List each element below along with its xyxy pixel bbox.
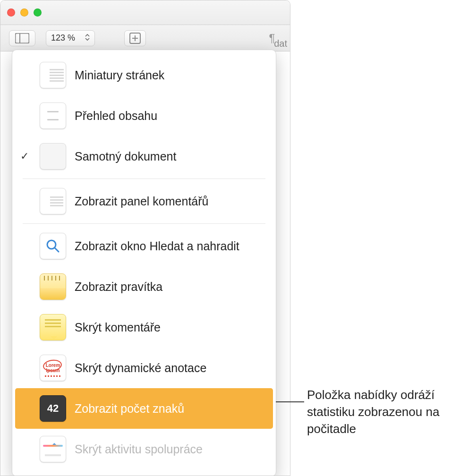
truncated-toolbar-label: dat xyxy=(274,38,287,49)
zoom-value: 123 % xyxy=(51,33,75,43)
svg-line-6 xyxy=(55,248,59,252)
toc-icon xyxy=(40,102,66,129)
ruler-icon xyxy=(40,273,66,300)
menu-item-show-character-count[interactable]: 42 Zobrazit počet znaků xyxy=(15,388,273,429)
menu-item-label: Zobrazit panel komentářů xyxy=(75,195,208,208)
menu-item-label: Zobrazit okno Hledat a nahradit xyxy=(75,239,239,253)
view-menu-popup: Miniatury stránek Přehled obsahu ✓ Samot… xyxy=(12,50,276,476)
collaboration-icon xyxy=(40,436,66,462)
zoom-dropdown[interactable]: 123 % xyxy=(46,30,95,46)
sidebar-icon xyxy=(15,33,29,43)
svg-rect-0 xyxy=(16,33,29,43)
badge-number: 42 xyxy=(47,402,59,415)
minimize-window-button[interactable] xyxy=(20,8,28,17)
menu-separator xyxy=(23,223,265,224)
add-page-button[interactable] xyxy=(124,30,146,46)
sticky-note-icon xyxy=(40,314,66,340)
menu-item-find-replace[interactable]: Zobrazit okno Hledat a nahradit xyxy=(12,226,276,266)
callout-text: Položka nabídky odráží statistiku zobraz… xyxy=(307,386,453,437)
plus-in-box-icon xyxy=(129,33,141,44)
word-count-badge-icon: 42 xyxy=(40,395,66,422)
document-icon xyxy=(40,143,66,170)
menu-separator xyxy=(23,178,265,179)
menu-item-hide-comments[interactable]: Skrýt komentáře xyxy=(12,307,276,348)
zoom-window-button[interactable] xyxy=(34,8,42,17)
chevron-updown-icon xyxy=(85,34,90,42)
view-menu-button[interactable] xyxy=(9,30,35,46)
callout-leader-line xyxy=(276,401,304,402)
menu-item-table-of-contents[interactable]: Přehled obsahu xyxy=(12,95,276,136)
toolbar: 123 % ¶ xyxy=(0,25,290,51)
menu-item-document-only[interactable]: ✓ Samotný dokument xyxy=(12,136,276,177)
annotations-icon: Lorem Ipsum xyxy=(40,355,66,381)
menu-item-hide-smart-annotations[interactable]: Lorem Ipsum Skrýt dynamické anotace xyxy=(12,348,276,388)
search-icon xyxy=(40,233,66,259)
menu-item-label: Zobrazit pravítka xyxy=(75,280,162,294)
menu-item-show-comments-pane[interactable]: Zobrazit panel komentářů xyxy=(12,181,276,221)
app-window: 123 % ¶ dat Miniatury stránek xyxy=(0,0,290,476)
menu-item-label: Samotný dokument xyxy=(75,150,176,163)
close-window-button[interactable] xyxy=(7,8,15,17)
menu-item-label: Skrýt komentáře xyxy=(75,321,161,334)
menu-item-show-rulers[interactable]: Zobrazit pravítka xyxy=(12,266,276,307)
checkmark-icon: ✓ xyxy=(18,150,31,162)
menu-item-hide-collaboration-activity: Skrýt aktivitu spolupráce xyxy=(12,429,276,469)
menu-item-label: Miniatury stránek xyxy=(75,68,164,82)
comments-pane-icon xyxy=(40,188,66,214)
titlebar xyxy=(0,0,290,25)
menu-item-label: Skrýt aktivitu spolupráce xyxy=(75,442,203,456)
menu-item-page-thumbnails[interactable]: Miniatury stránek xyxy=(12,55,276,95)
window-controls xyxy=(7,8,42,17)
menu-item-label: Přehled obsahu xyxy=(75,109,157,123)
menu-item-label: Zobrazit počet znaků xyxy=(75,402,184,416)
page-thumbnails-icon xyxy=(40,62,66,88)
menu-item-label: Skrýt dynamické anotace xyxy=(75,361,206,375)
